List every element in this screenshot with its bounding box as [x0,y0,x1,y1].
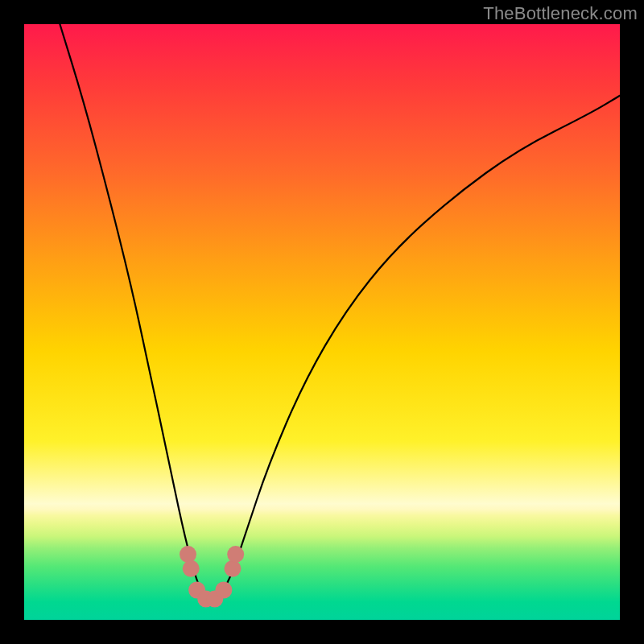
chart-frame: TheBottleneck.com [0,0,644,644]
marker-dot [215,582,232,599]
marker-dot [227,546,244,563]
bottleneck-curve [60,24,620,601]
plot-area [24,24,620,620]
curve-layer [24,24,620,620]
bottom-markers [180,546,244,608]
marker-dot [183,560,200,577]
watermark-text: TheBottleneck.com [483,3,638,24]
marker-dot [225,560,242,577]
marker-dot [180,546,196,563]
